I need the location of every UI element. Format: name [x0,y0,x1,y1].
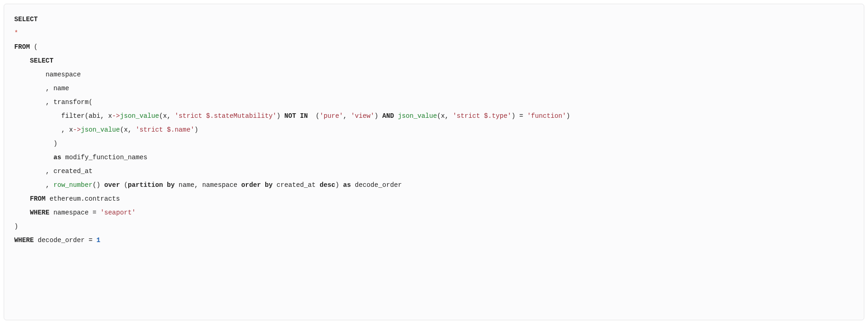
col-name: name [53,85,69,92]
alias-modify: modify_function_names [65,154,148,161]
over-open: ( [120,181,128,189]
rn-call: () [92,181,104,189]
where-ns: namespace [50,209,93,216]
comma: , [46,181,50,189]
jv-open: (x, [437,112,453,120]
paren-open: ( [34,43,38,51]
str-pure: 'pure' [320,112,343,120]
jv-close: ) [511,112,519,120]
kw-by: by [163,181,175,189]
kw-by2: by [261,181,273,189]
str-type: 'strict $.type' [453,112,512,120]
tail: ) [566,112,571,120]
txt-space [50,181,54,189]
txt-space [92,237,97,244]
num-one: 1 [97,237,101,244]
kw-partition: partition [128,181,163,189]
str-seaport: 'seaport' [100,209,136,216]
fn-filter: filter(abi, x [61,112,112,120]
sql-code: SELECT * FROM ( SELECT namespace , name … [14,12,854,247]
str-function: 'function' [527,112,566,120]
jv-open: (x, [120,126,136,133]
paren-close: ) [53,140,57,147]
txt-space [61,154,65,161]
kw-as: as [343,181,351,189]
jv-close: ) [276,112,284,120]
kw-in: IN [296,112,308,120]
fn-row-number: row_number [53,181,92,189]
kw-where-inner: WHERE [30,209,50,216]
comma: , [46,98,50,106]
fn-json-value: json_value [81,126,120,133]
fn-json-value: json_value [398,112,437,120]
eq: = [519,112,523,120]
kw-from-inner: FROM [30,195,46,202]
over-close: ) [335,181,343,189]
str-view: 'view' [351,112,374,120]
part-cols: name, namespace [175,181,241,189]
kw-select-inner: SELECT [30,57,53,64]
kw-from: FROM [14,43,30,51]
sql-code-block: SELECT * FROM ( SELECT namespace , name … [4,4,864,320]
txt-space [50,168,54,175]
paren-close-outer: ) [14,223,18,230]
col-created-at: created_at [53,168,92,175]
kw-and: AND [382,112,394,120]
kw-desc: desc [320,181,335,189]
kw-as: as [53,154,61,161]
kw-not: NOT [285,112,297,120]
sep: , [343,112,351,120]
comma: , [46,85,50,92]
comma: , [46,168,50,175]
kw-where-outer: WHERE [14,237,34,244]
line4-lead: , x [61,126,73,133]
eq: = [92,209,97,216]
op-arrow: -> [112,112,120,120]
alias-decode: decode_order [355,181,402,189]
jv-open: (x, [159,112,175,120]
in-close: ) [374,112,382,120]
kw-select: SELECT [14,16,38,23]
str-name: 'strict $.name' [136,126,194,133]
jv-close: ) [194,126,199,133]
in-open: ( [308,112,320,120]
fn-transform: transform( [53,98,92,106]
inner-table: ethereum.contracts [46,195,120,202]
txt-space [30,43,34,51]
star: * [14,29,18,37]
col-namespace: namespace [46,71,81,78]
kw-order: order [241,181,261,189]
fn-json-value: json_value [120,112,159,120]
op-arrow: -> [73,126,81,133]
kw-over: over [104,181,120,189]
ord-col: created_at [273,181,320,189]
txt-space [50,98,54,106]
txt-space [351,181,355,189]
txt-space [50,85,54,92]
str-state: 'strict $.stateMutability' [175,112,276,120]
where-decode: decode_order [34,237,89,244]
